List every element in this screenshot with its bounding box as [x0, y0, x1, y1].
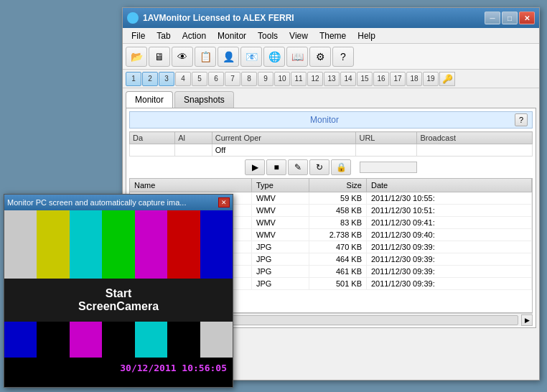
play-button[interactable]: ▶ [245, 159, 265, 175]
num-btn-13[interactable]: 13 [324, 72, 340, 86]
menu-file[interactable]: File [126, 29, 151, 42]
bar-bot-black1 [37, 322, 69, 358]
settings-icon[interactable]: 🔑 [439, 72, 455, 86]
screencamera-title-bar: Monitor PC screen and automatically capt… [4, 195, 233, 210]
file-date: 2011/12/30 09:40: [367, 229, 532, 241]
num-btn-10[interactable]: 10 [274, 72, 290, 86]
bar-bot-black3 [167, 322, 200, 358]
main-toolbar: 📂 🖥 👁 📋 👤 📧 🌐 📖 ⚙ ? [123, 44, 539, 70]
menu-monitor[interactable]: Monitor [212, 29, 252, 42]
color-bars-bottom [4, 322, 233, 358]
window-controls: ─ □ ✕ [485, 11, 535, 24]
timestamp: 30/12/2011 10:56:05 [120, 363, 227, 373]
maximize-button[interactable]: □ [502, 11, 518, 24]
num-btn-4[interactable]: 4 [175, 72, 191, 86]
num-btn-16[interactable]: 16 [373, 72, 389, 86]
toolbar-user[interactable]: 👤 [218, 47, 239, 67]
file-type: WMV [252, 192, 309, 204]
monitor-header: Monitor ? [129, 111, 533, 129]
num-btn-5[interactable]: 5 [192, 72, 207, 86]
menu-theme[interactable]: Theme [314, 29, 352, 42]
toolbar-copy[interactable]: 📋 [195, 47, 216, 67]
num-btn-11[interactable]: 11 [291, 72, 307, 86]
num-btn-7[interactable]: 7 [225, 72, 240, 86]
file-type: JPG [252, 278, 309, 289]
num-btn-6[interactable]: 6 [208, 72, 224, 86]
cell-url [356, 144, 417, 157]
menu-help[interactable]: Help [352, 29, 381, 42]
num-btn-9[interactable]: 9 [258, 72, 274, 86]
tab-monitor[interactable]: Monitor [126, 91, 173, 108]
stop-button[interactable]: ■ [266, 159, 286, 175]
screencamera-window: Monitor PC screen and automatically capt… [4, 194, 233, 388]
minimize-button[interactable]: ─ [485, 11, 500, 24]
num-btn-2[interactable]: 2 [142, 72, 158, 86]
num-btn-19[interactable]: 19 [423, 72, 439, 86]
file-size: 501 KB [309, 278, 367, 289]
bar-bot-magenta [70, 322, 102, 358]
num-btn-12[interactable]: 12 [307, 72, 323, 86]
toolbar-monitor[interactable]: 🖥 [149, 47, 170, 67]
close-button[interactable]: ✕ [519, 11, 535, 24]
col-date: Date [367, 179, 532, 192]
num-btn-18[interactable]: 18 [406, 72, 422, 86]
toolbar-help[interactable]: ? [332, 47, 354, 67]
title-bar: 1AVMonitor Licensed to ALEX FERRI ─ □ ✕ [123, 8, 539, 28]
num-btn-8[interactable]: 8 [241, 72, 257, 86]
monitor-help-button[interactable]: ? [515, 113, 528, 126]
app-title: 1AVMonitor Licensed to ALEX FERRI [143, 13, 485, 23]
menu-action[interactable]: Action [177, 29, 212, 42]
bar-white [4, 210, 37, 279]
toolbar-view[interactable]: 👁 [172, 47, 193, 67]
file-date: 2011/12/30 09:39: [367, 278, 532, 289]
col-url: URL [356, 132, 417, 144]
lock-button[interactable]: 🔒 [331, 159, 351, 175]
tab-snapshots[interactable]: Snapshots [174, 91, 234, 108]
toolbar-settings[interactable]: ⚙ [309, 47, 331, 67]
num-btn-3[interactable]: 3 [159, 72, 174, 86]
menu-tools[interactable]: Tools [252, 29, 284, 42]
bar-green [102, 210, 134, 279]
app-icon [127, 12, 139, 24]
cell-broadcast [417, 144, 533, 157]
bar-bot-blue [4, 322, 37, 358]
menu-view[interactable]: View [284, 29, 314, 42]
num-btn-17[interactable]: 17 [390, 72, 406, 86]
num-btn-1[interactable]: 1 [126, 72, 141, 86]
bar-bot-black2 [102, 322, 134, 358]
screencamera-start-text: Start [106, 287, 131, 300]
monitor-table: Da Al Current Oper URL Broadcast Off [129, 131, 533, 157]
screencamera-close-button[interactable]: ✕ [218, 197, 230, 207]
col-current-oper: Current Oper [212, 132, 356, 144]
file-type: WMV [252, 229, 309, 241]
screencamera-camera-text: ScreenCamera [78, 300, 159, 313]
file-date: 2011/12/30 10:51: [367, 205, 532, 216]
file-type: WMV [252, 217, 309, 228]
num-btn-15[interactable]: 15 [357, 72, 373, 86]
monitor-label: Monitor [134, 115, 515, 125]
file-type: WMV [252, 205, 309, 216]
col-broadcast: Broadcast [417, 132, 533, 144]
menu-bar: File Tab Action Monitor Tools View Theme… [123, 28, 539, 44]
toolbar-email[interactable]: 📧 [240, 47, 262, 67]
bar-bot-white [200, 322, 233, 358]
control-buttons: ▶ ■ ✎ ↻ 🔒 [126, 157, 536, 178]
cell-al [175, 144, 212, 157]
refresh-button[interactable]: ↻ [309, 159, 329, 175]
cell-da [130, 144, 175, 157]
num-btn-14[interactable]: 14 [340, 72, 356, 86]
file-date: 2011/12/30 09:39: [367, 241, 532, 253]
col-da: Da [130, 132, 175, 144]
col-type: Type [252, 179, 309, 192]
edit-button[interactable]: ✎ [288, 159, 308, 175]
scroll-right-arrow[interactable]: ▶ [521, 314, 533, 326]
table-row: Off [130, 144, 533, 157]
progress-bar [360, 162, 417, 173]
col-al: Al [175, 132, 212, 144]
color-bars-top [4, 210, 233, 279]
number-toolbar: 1 2 3 4 5 6 7 8 9 10 11 12 13 14 15 16 1… [123, 70, 539, 88]
toolbar-open[interactable]: 📂 [126, 47, 147, 67]
toolbar-web[interactable]: 🌐 [263, 47, 285, 67]
menu-tab[interactable]: Tab [151, 29, 176, 42]
toolbar-book[interactable]: 📖 [286, 47, 308, 67]
